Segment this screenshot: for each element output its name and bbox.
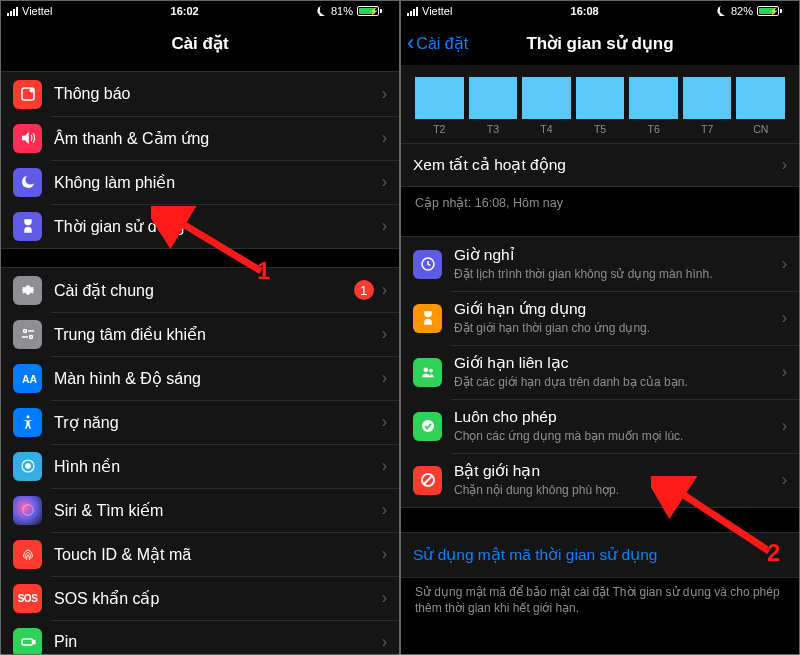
nav-title-bar: ‹ Cài đặt Thời gian sử dụng: [401, 21, 799, 65]
gear-icon: [13, 276, 42, 305]
row-wallpaper[interactable]: Hình nền ›: [1, 444, 399, 488]
row-dnd[interactable]: Không làm phiền ›: [1, 160, 399, 204]
screentime-screen: Viettel 16:08 ⏾ 82% ⚡ ‹ Cài đặt Thời gia…: [401, 1, 799, 654]
row-siri[interactable]: Siri & Tìm kiếm ›: [1, 488, 399, 532]
carrier-label: Viettel: [422, 5, 452, 17]
svg-rect-12: [33, 641, 35, 644]
row-label: Touch ID & Mật mã: [54, 545, 374, 564]
chart-bar: [576, 77, 625, 119]
annotation-number-1: 1: [257, 257, 270, 285]
dnd-icon: [13, 168, 42, 197]
passcode-link: Sử dụng mật mã thời gian sử dụng: [413, 546, 657, 564]
back-label: Cài đặt: [416, 34, 468, 53]
row-label: Thời gian sử dụng: [54, 217, 374, 236]
screentime-icon: [13, 212, 42, 241]
row-screentime[interactable]: Thời gian sử dụng ›: [1, 204, 399, 248]
row-content-restrictions[interactable]: Bật giới hạn Chặn nội dung không phù hợp…: [401, 453, 799, 507]
chevron-right-icon: ›: [782, 417, 787, 435]
row-label: Pin: [54, 633, 374, 651]
passcode-section: Sử dụng mật mã thời gian sử dụng: [401, 532, 799, 578]
svg-point-4: [29, 336, 32, 339]
svg-point-17: [429, 369, 433, 373]
row-see-all[interactable]: Xem tất cả hoạt động ›: [401, 143, 799, 187]
chart-label: T3: [469, 123, 518, 135]
row-touchid[interactable]: Touch ID & Mật mã ›: [1, 532, 399, 576]
row-subtitle: Đặt lịch trình thời gian không sử dụng m…: [454, 267, 774, 282]
siri-icon: [13, 496, 42, 525]
wallpaper-icon: [13, 452, 42, 481]
usage-chart: T2T3T4T5T6T7CN: [401, 65, 799, 143]
lock-icon: ⏾: [717, 6, 727, 17]
row-control-center[interactable]: Trung tâm điều khiển ›: [1, 312, 399, 356]
back-button[interactable]: ‹ Cài đặt: [407, 32, 468, 54]
svg-point-9: [25, 464, 30, 469]
chart-bar: [415, 77, 464, 119]
svg-text:AA: AA: [22, 373, 37, 385]
clock-label: 16:02: [171, 5, 199, 17]
chevron-right-icon: ›: [782, 255, 787, 273]
row-downtime[interactable]: Giờ nghỉ Đặt lịch trình thời gian không …: [401, 237, 799, 291]
chevron-right-icon: ›: [382, 281, 387, 299]
row-label: Giờ nghỉ: [454, 246, 774, 265]
chart-label: T5: [576, 123, 625, 135]
chevron-right-icon: ›: [382, 369, 387, 387]
row-subtitle: Đặt các giới hạn dựa trên danh bạ của bạ…: [454, 375, 774, 390]
control-center-icon: [13, 320, 42, 349]
row-label: Không làm phiền: [54, 173, 374, 192]
lock-icon: ⏾: [317, 6, 327, 17]
touchid-icon: [13, 540, 42, 569]
row-label: Màn hình & Độ sáng: [54, 369, 374, 388]
svg-line-20: [423, 476, 432, 485]
row-label: Âm thanh & Cảm ứng: [54, 129, 374, 148]
chart-label: T6: [629, 123, 678, 135]
chart-label: T4: [522, 123, 571, 135]
chevron-right-icon: ›: [382, 325, 387, 343]
row-use-passcode[interactable]: Sử dụng mật mã thời gian sử dụng: [401, 533, 799, 577]
battery-icon: ⚡: [357, 6, 393, 16]
row-accessibility[interactable]: Trợ năng ›: [1, 400, 399, 444]
settings-group-1: Thông báo › Âm thanh & Cảm ứng › Không l…: [1, 71, 399, 249]
chart-bars: [415, 71, 785, 119]
svg-rect-11: [22, 639, 33, 645]
settings-group-2: Cài đặt chung 1 › Trung tâm điều khiển ›…: [1, 267, 399, 654]
notifications-icon: [13, 80, 42, 109]
chevron-right-icon: ›: [382, 217, 387, 235]
row-label: Giới hạn liên lạc: [454, 354, 774, 373]
svg-point-10: [22, 505, 33, 516]
row-notifications[interactable]: Thông báo ›: [1, 72, 399, 116]
chart-bar: [736, 77, 785, 119]
row-label: Xem tất cả hoạt động: [413, 156, 774, 174]
row-sos[interactable]: SOS SOS khẩn cấp ›: [1, 576, 399, 620]
chevron-right-icon: ›: [382, 129, 387, 147]
chevron-right-icon: ›: [382, 85, 387, 103]
row-label: Hình nền: [54, 457, 374, 476]
comm-limits-icon: [413, 358, 442, 387]
row-app-limits[interactable]: Giới hạn ứng dụng Đặt giới hạn thời gian…: [401, 291, 799, 345]
row-label: Luôn cho phép: [454, 408, 774, 427]
svg-point-1: [29, 88, 34, 93]
row-always-allowed[interactable]: Luôn cho phép Chọn các ứng dụng mà bạn m…: [401, 399, 799, 453]
status-bar: Viettel 16:02 ⏾ 81% ⚡: [1, 1, 399, 21]
chevron-right-icon: ›: [382, 173, 387, 191]
row-general[interactable]: Cài đặt chung 1 ›: [1, 268, 399, 312]
always-allowed-icon: [413, 412, 442, 441]
battery-percent: 82%: [731, 5, 753, 17]
row-label: Giới hạn ứng dụng: [454, 300, 774, 319]
chart-bar: [522, 77, 571, 119]
row-label: Thông báo: [54, 85, 374, 103]
restrictions-icon: [413, 466, 442, 495]
battery-row-icon: [13, 628, 42, 655]
chevron-right-icon: ›: [382, 545, 387, 563]
chevron-right-icon: ›: [782, 309, 787, 327]
badge: 1: [354, 280, 374, 300]
chevron-right-icon: ›: [382, 457, 387, 475]
chevron-right-icon: ›: [382, 413, 387, 431]
row-display[interactable]: AA Màn hình & Độ sáng ›: [1, 356, 399, 400]
chevron-right-icon: ›: [382, 589, 387, 607]
svg-point-7: [26, 415, 29, 418]
chart-labels: T2T3T4T5T6T7CN: [415, 123, 785, 135]
settings-screen: Viettel 16:02 ⏾ 81% ⚡ Cài đặt Thông báo …: [1, 1, 399, 654]
row-battery[interactable]: Pin ›: [1, 620, 399, 654]
row-sounds[interactable]: Âm thanh & Cảm ứng ›: [1, 116, 399, 160]
row-comm-limits[interactable]: Giới hạn liên lạc Đặt các giới hạn dựa t…: [401, 345, 799, 399]
